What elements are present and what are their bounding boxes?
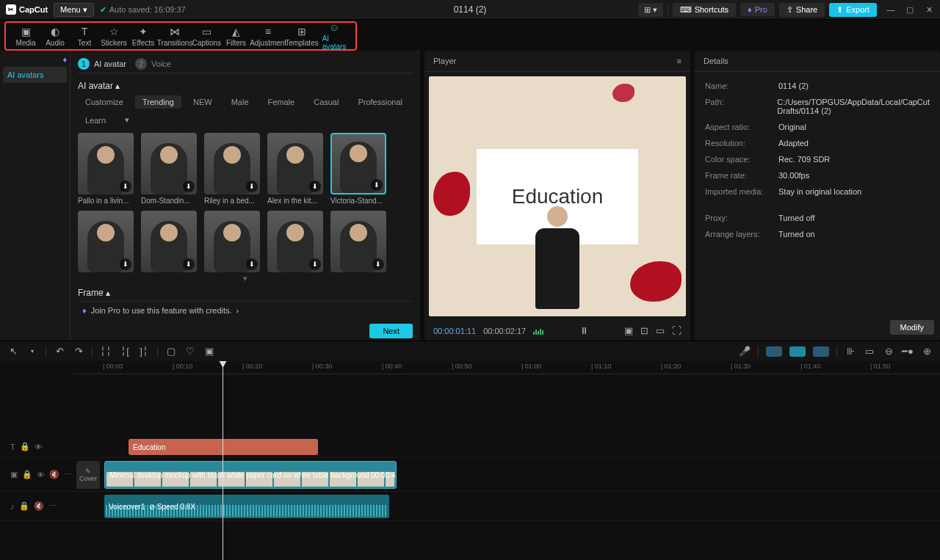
filter-female[interactable]: Female bbox=[261, 95, 303, 109]
layout-button[interactable]: ⊞ ▾ bbox=[638, 3, 663, 17]
download-icon[interactable]: ⬇ bbox=[246, 258, 258, 270]
snap-tool[interactable]: ⊪ bbox=[845, 346, 856, 357]
ratio-button[interactable]: ▣ bbox=[624, 325, 633, 336]
cover-button[interactable]: ✎ Cover bbox=[76, 461, 100, 489]
download-icon[interactable]: ⬇ bbox=[246, 181, 258, 192]
zoom-out-button[interactable]: ⊖ bbox=[883, 346, 894, 357]
tool-tab-filters[interactable]: ◭Filters bbox=[223, 24, 250, 48]
avatar-card[interactable]: ⬇Dom-Standin... bbox=[141, 133, 197, 205]
expand-icon[interactable]: ▾ bbox=[78, 274, 413, 283]
filter-casual[interactable]: Casual bbox=[306, 95, 346, 109]
eye-icon[interactable]: 👁 bbox=[37, 470, 45, 479]
avatar-card[interactable]: ⬇ bbox=[141, 211, 197, 272]
download-icon[interactable]: ⬇ bbox=[183, 181, 195, 192]
mask-tool[interactable]: ♡ bbox=[184, 346, 196, 357]
download-icon[interactable]: ⬇ bbox=[120, 181, 131, 192]
filter-male[interactable]: Male bbox=[224, 95, 256, 109]
tool-tab-effects[interactable]: ✦Effects bbox=[129, 24, 157, 48]
next-button[interactable]: Next bbox=[369, 324, 413, 338]
download-icon[interactable]: ⬇ bbox=[371, 179, 383, 191]
avatar-card[interactable]: ⬇ bbox=[204, 211, 260, 272]
tool-tab-text[interactable]: TText bbox=[70, 24, 98, 48]
split-left-tool[interactable]: ╎[ bbox=[119, 346, 131, 357]
text-clip[interactable]: Education bbox=[129, 439, 318, 455]
redo-button[interactable]: ↷ bbox=[73, 346, 84, 357]
filter-customize[interactable]: Customize bbox=[78, 95, 131, 109]
play-pause-button[interactable]: ⏸ bbox=[579, 325, 589, 336]
download-icon[interactable]: ⬇ bbox=[309, 258, 321, 270]
video-clip[interactable]: Minimal desktop mockup with blank white … bbox=[104, 461, 397, 489]
tool-tab-adjustment[interactable]: ≡Adjustment bbox=[252, 24, 285, 48]
download-icon[interactable]: ⬇ bbox=[183, 258, 195, 270]
tool-tab-transitions[interactable]: ⋈Transitions bbox=[159, 24, 191, 48]
split-tool[interactable]: ╎╎ bbox=[100, 346, 112, 357]
avatar-card[interactable]: ⬇Pallo in a livin... bbox=[78, 133, 134, 205]
record-tool[interactable]: ▣ bbox=[203, 346, 215, 357]
text-track-icon[interactable]: T bbox=[10, 443, 15, 451]
audio-track-icon[interactable]: ♪ bbox=[10, 502, 15, 511]
tool-tab-templates[interactable]: ⊞Templates bbox=[286, 24, 317, 48]
text-track[interactable]: T 🔒 👁 Education bbox=[0, 436, 940, 458]
timeline[interactable]: | 00:00| 00:10| 00:20| 00:30| 00:40| 00:… bbox=[0, 361, 940, 560]
scale-button[interactable]: ⊡ bbox=[640, 325, 648, 336]
toggle-button[interactable]: ▭ bbox=[656, 325, 665, 336]
download-icon[interactable]: ⬇ bbox=[120, 258, 131, 270]
video-track[interactable]: ▣ 🔒 👁 🔇 ⋯ ✎ Cover Minimal desktop mockup… bbox=[0, 458, 940, 492]
player-viewport[interactable]: Education bbox=[429, 76, 686, 316]
cursor-tool[interactable]: ↖ bbox=[7, 346, 19, 357]
tool-tab-audio[interactable]: ◐Audio bbox=[41, 24, 69, 48]
share-button[interactable]: ⇪ Share bbox=[779, 3, 825, 17]
zoom-slider[interactable]: ━● bbox=[902, 346, 914, 357]
mute-icon[interactable]: 🔇 bbox=[49, 470, 59, 479]
lock-icon[interactable]: 🔒 bbox=[22, 470, 32, 479]
cursor-dropdown[interactable]: ▾ bbox=[26, 348, 38, 354]
lock-icon[interactable]: 🔒 bbox=[20, 442, 30, 451]
filter-trending[interactable]: Trending bbox=[135, 95, 181, 109]
track-toggle-2[interactable] bbox=[789, 346, 806, 357]
more-icon[interactable]: ⋯ bbox=[48, 501, 57, 511]
pro-button[interactable]: ♦ Pro bbox=[740, 3, 775, 16]
audio-clip[interactable]: Voiceover1 ⊘ Speed 0.8X bbox=[104, 495, 389, 518]
modify-button[interactable]: Modify bbox=[890, 320, 934, 335]
shortcuts-button[interactable]: ⌨ Shortcuts bbox=[673, 3, 736, 17]
filter-professional[interactable]: Professional bbox=[350, 95, 410, 109]
mic-tool[interactable]: 🎤 bbox=[739, 346, 751, 357]
more-icon[interactable]: ⋯ bbox=[64, 470, 72, 479]
avatar-card[interactable]: ⬇Victoria-Stand... bbox=[330, 133, 386, 205]
download-icon[interactable]: ⬇ bbox=[372, 258, 384, 270]
track-toggle-1[interactable] bbox=[766, 346, 782, 357]
avatar-card[interactable]: ⬇ bbox=[330, 211, 386, 272]
fullscreen-button[interactable]: ⛶ bbox=[672, 325, 682, 336]
filter-more[interactable]: ▾ bbox=[118, 113, 137, 127]
eye-icon[interactable]: 👁 bbox=[35, 443, 43, 451]
audio-track[interactable]: ♪ 🔒 🔇 ⋯ Voiceover1 ⊘ Speed 0.8X bbox=[0, 492, 940, 521]
avatar-card[interactable]: ⬇ bbox=[78, 211, 134, 272]
step-voice[interactable]: 2Voice bbox=[135, 58, 171, 70]
undo-button[interactable]: ↶ bbox=[54, 346, 65, 357]
player-menu-icon[interactable]: ≡ bbox=[677, 57, 682, 65]
mute-icon[interactable]: 🔇 bbox=[34, 501, 44, 511]
timeline-ruler[interactable]: | 00:00| 00:10| 00:20| 00:30| 00:40| 00:… bbox=[73, 361, 940, 374]
video-track-icon[interactable]: ▣ bbox=[10, 470, 18, 479]
minimize-button[interactable]: — bbox=[886, 4, 896, 15]
filter-learn[interactable]: Learn bbox=[78, 114, 113, 127]
avatar-card[interactable]: ⬇Riley in a bed... bbox=[204, 133, 260, 205]
tool-tab-stickers[interactable]: ☆Stickers bbox=[100, 24, 128, 48]
subcategory-ai-avatars[interactable]: AI avatars bbox=[3, 67, 67, 83]
maximize-button[interactable]: ▢ bbox=[905, 4, 915, 15]
close-button[interactable]: ✕ bbox=[924, 4, 934, 15]
track-toggle-3[interactable] bbox=[813, 346, 829, 357]
avatar-card[interactable]: ⬇Alex in the kit... bbox=[267, 133, 323, 205]
preview-tool[interactable]: ▭ bbox=[864, 346, 875, 357]
playhead[interactable] bbox=[223, 361, 223, 560]
tool-tab-ai-avatars[interactable]: ☺AI avatars bbox=[319, 20, 350, 52]
lock-icon[interactable]: 🔒 bbox=[19, 501, 29, 511]
download-icon[interactable]: ⬇ bbox=[309, 181, 321, 192]
export-button[interactable]: ⬆ Export bbox=[829, 3, 877, 17]
split-right-tool[interactable]: ]╎ bbox=[138, 346, 150, 357]
zoom-in-button[interactable]: ⊕ bbox=[921, 346, 933, 357]
tool-tab-captions[interactable]: ▭Captions bbox=[192, 24, 220, 48]
filter-new[interactable]: NEW bbox=[186, 95, 220, 109]
menu-button[interactable]: Menu ▾ bbox=[54, 3, 94, 17]
crop-tool[interactable]: ▢ bbox=[165, 346, 177, 357]
